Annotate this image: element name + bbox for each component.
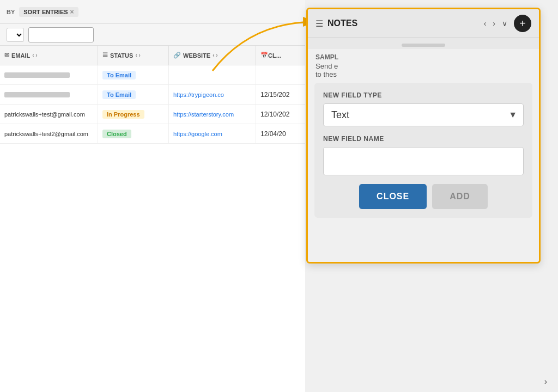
status-badge-2: To Email <box>102 90 136 99</box>
cell-date-2: 12/15/202 <box>256 85 305 104</box>
close-button[interactable]: CLOSE <box>359 184 427 209</box>
bottom-chevron-icon[interactable]: › <box>544 377 547 387</box>
cell-website-3[interactable]: https://starterstory.com <box>169 105 256 124</box>
email-col-label: EMAIL <box>11 52 30 59</box>
new-field-name-input[interactable] <box>323 147 524 175</box>
cell-email-2 <box>0 85 98 104</box>
status-badge-4: Closed <box>102 130 131 138</box>
new-field-buttons: CLOSE ADD <box>323 184 524 209</box>
sort-entries-close-icon[interactable]: × <box>70 8 74 16</box>
status-badge-1: To Email <box>102 71 136 79</box>
table-row: patrickswalls+test@gmail.com In Progress… <box>0 105 305 124</box>
website-col-icon: 🔗 <box>173 52 181 59</box>
website-link-3[interactable]: https://starterstory.com <box>173 111 234 118</box>
notes-scrollbar[interactable] <box>402 44 445 47</box>
sort-select-row: ↓ <box>0 24 305 46</box>
status-col-nav[interactable]: ‹ › <box>135 52 140 58</box>
notes-menu-icon[interactable]: ☰ <box>316 19 323 29</box>
new-field-type-select[interactable]: Text Number Date Checkbox <box>323 103 524 126</box>
cell-date-3: 12/10/202 <box>256 105 305 124</box>
cell-email-1 <box>0 65 98 84</box>
cell-status-2: To Email <box>98 85 169 104</box>
add-button[interactable]: ADD <box>432 184 488 209</box>
new-field-dialog: NEW FIELD TYPE Text Number Date Checkbox… <box>314 83 532 218</box>
sort-by-label: BY <box>7 9 15 15</box>
notes-title: NOTES <box>327 19 477 28</box>
website-link-2[interactable]: https://trypigeon.co <box>173 91 224 98</box>
notes-add-button[interactable]: + <box>514 15 531 32</box>
table-row: To Email https://trypigeon.co 12/15/202 <box>0 85 305 105</box>
website-link-4[interactable]: https://google.com <box>173 131 222 137</box>
notes-content-glimpse: SAMPL Send e to thes <box>308 49 539 83</box>
notes-next-button[interactable]: › <box>490 18 498 29</box>
cell-website-2[interactable]: https://trypigeon.co <box>169 85 256 104</box>
notes-prev-button[interactable]: ‹ <box>482 18 489 29</box>
notes-header: ☰ NOTES ‹ › ∨ + <box>308 9 539 38</box>
column-date: 📅 CL... <box>256 46 305 65</box>
main-table-area: BY SORT ENTRIES × ↓ ✉ EMAIL ‹ › ☰ STATUS… <box>0 0 305 392</box>
status-col-icon: ☰ <box>102 52 108 59</box>
sample-label: SAMPL <box>316 53 531 61</box>
notes-nav: ‹ › ∨ <box>482 18 510 29</box>
column-email: ✉ EMAIL ‹ › <box>0 46 98 65</box>
sample-text: Send e <box>316 62 531 70</box>
notes-scrollbar-area <box>308 38 539 49</box>
cell-email-3: patrickswalls+test@gmail.com <box>0 105 98 124</box>
sort-text-input[interactable] <box>28 27 94 42</box>
sort-order-select[interactable]: ↓ <box>7 28 24 42</box>
email-blurred-2 <box>4 92 70 97</box>
column-website: 🔗 WEBSITE ‹ › <box>169 46 256 65</box>
cell-date-1 <box>256 65 305 84</box>
cell-status-1: To Email <box>98 65 169 84</box>
sort-entries-badge[interactable]: SORT ENTRIES × <box>19 7 78 17</box>
cell-email-4: patrickswalls+test2@gmail.com <box>0 124 98 143</box>
sort-entries-label: SORT ENTRIES <box>23 9 68 15</box>
column-status: ☰ STATUS ‹ › <box>98 46 169 65</box>
date-col-icon: 📅 <box>260 52 268 59</box>
sort-bar: BY SORT ENTRIES × <box>0 0 305 24</box>
status-badge-3: In Progress <box>102 110 144 119</box>
cell-status-4: Closed <box>98 124 169 143</box>
date-col-label: CL... <box>268 52 281 59</box>
website-col-nav[interactable]: ‹ › <box>213 52 217 58</box>
cell-status-3: In Progress <box>98 105 169 124</box>
notes-down-button[interactable]: ∨ <box>500 18 510 29</box>
email-col-icon: ✉ <box>4 52 9 59</box>
new-field-type-select-wrapper: Text Number Date Checkbox ▼ <box>323 103 524 126</box>
email-blurred-1 <box>4 72 70 78</box>
website-col-label: WEBSITE <box>183 52 210 59</box>
sample-text2: to thes <box>316 70 531 78</box>
cell-date-4: 12/04/20 <box>256 124 305 143</box>
status-col-label: STATUS <box>110 52 133 59</box>
new-field-type-label: NEW FIELD TYPE <box>323 91 524 99</box>
cell-website-4[interactable]: https://google.com <box>169 124 256 143</box>
notes-panel: ☰ NOTES ‹ › ∨ + SAMPL Send e to thes NEW… <box>306 8 541 264</box>
email-col-nav[interactable]: ‹ › <box>32 52 37 58</box>
cell-website-1 <box>169 65 256 84</box>
new-field-name-label: NEW FIELD NAME <box>323 135 524 143</box>
table-row: patrickswalls+test2@gmail.com Closed htt… <box>0 124 305 144</box>
table-row: To Email <box>0 65 305 85</box>
table-header: ✉ EMAIL ‹ › ☰ STATUS ‹ › 🔗 WEBSITE ‹ › 📅… <box>0 46 305 65</box>
